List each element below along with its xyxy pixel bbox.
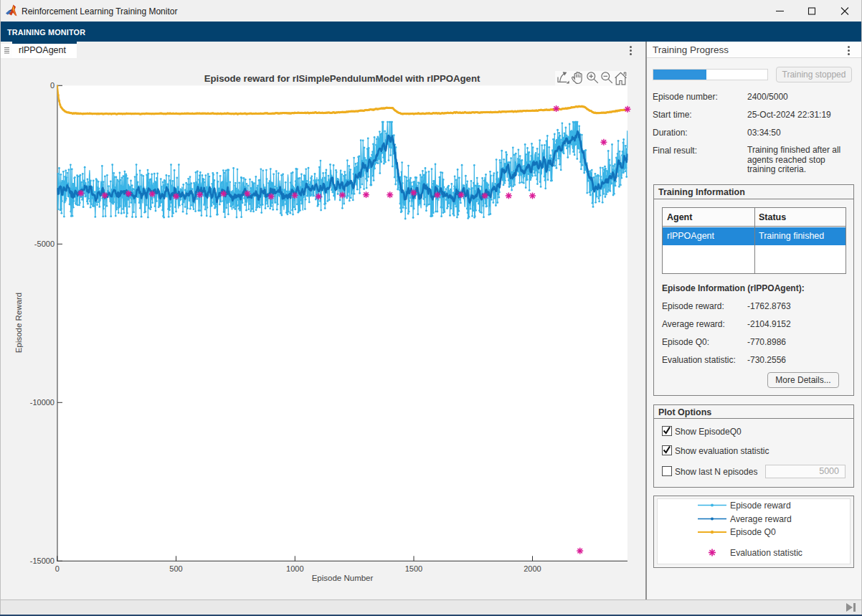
- svg-text:-10000: -10000: [30, 398, 55, 407]
- svg-text:Evaluation statistic: Evaluation statistic: [730, 548, 802, 558]
- svg-text:-5000: -5000: [34, 240, 55, 248]
- svg-text:-15000: -15000: [30, 556, 55, 565]
- svg-text:Average reward: Average reward: [730, 514, 792, 524]
- svg-text:0: 0: [50, 81, 55, 90]
- svg-text:Episode reward: Episode reward: [730, 501, 791, 511]
- svg-text:0: 0: [55, 564, 60, 573]
- svg-text:Episode reward for rlSimplePen: Episode reward for rlSimplePendulumModel…: [204, 73, 480, 84]
- svg-text:1500: 1500: [405, 564, 422, 573]
- svg-text:1000: 1000: [286, 564, 303, 573]
- svg-text:2000: 2000: [524, 564, 541, 573]
- svg-text:Episode Number: Episode Number: [312, 574, 374, 582]
- svg-text:500: 500: [169, 564, 182, 573]
- svg-text:Episode Reward: Episode Reward: [14, 293, 23, 353]
- svg-text:Episode Q0: Episode Q0: [730, 527, 776, 537]
